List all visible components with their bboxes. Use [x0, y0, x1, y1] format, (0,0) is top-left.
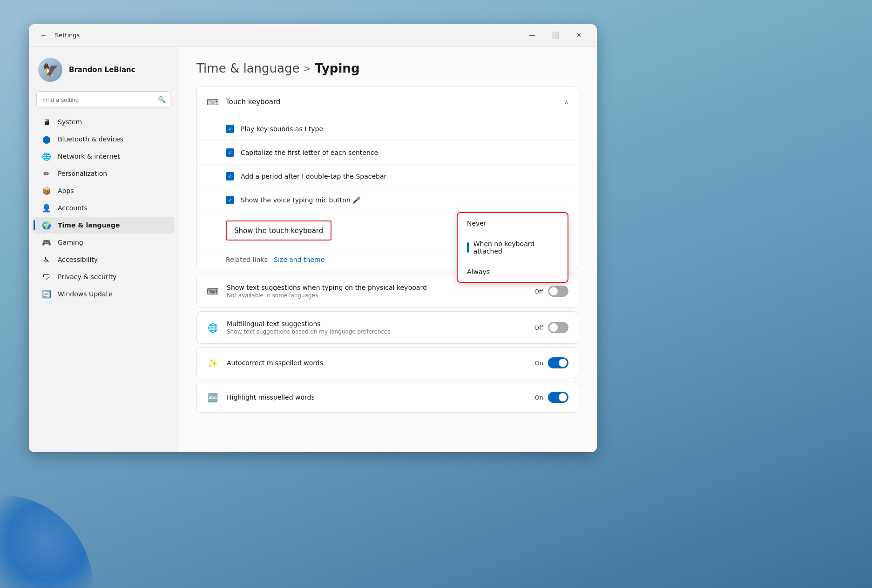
multilingual-subtitle: Show text suggestions based on my langua…: [227, 328, 527, 335]
multilingual-toggle[interactable]: [548, 322, 568, 333]
text-suggestions-toggle[interactable]: [548, 286, 568, 297]
text-suggestions-icon: ⌨: [206, 285, 219, 298]
autocorrect-toggle-label: On: [535, 360, 543, 367]
size-and-theme-link[interactable]: Size and theme: [274, 256, 324, 263]
dropdown-option-when-no-keyboard-label: When no keyboard attached: [473, 240, 558, 255]
touch-keyboard-label-box: Show the touch keyboard: [226, 220, 331, 241]
sidebar-item-bluetooth[interactable]: ⬤ Bluetooth & devices: [33, 131, 174, 147]
accessibility-icon: ♿: [42, 255, 51, 264]
dropdown-option-always-label: Always: [467, 268, 490, 275]
play-sounds-row: ✓ Play key sounds as I type: [197, 117, 578, 141]
text-suggestions-title: Show text suggestions when typing on the…: [227, 284, 527, 291]
breadcrumb-parent[interactable]: Time & language: [196, 61, 299, 75]
sidebar-item-time-language[interactable]: 🌍 Time & language: [33, 217, 174, 234]
voice-mic-checkbox[interactable]: ✓: [226, 196, 234, 204]
capitalize-label: Capitalize the first letter of each sent…: [241, 149, 378, 156]
period-checkbox[interactable]: ✓: [226, 172, 234, 180]
sidebar-item-accounts[interactable]: 👤 Accounts: [33, 200, 174, 216]
search-box: 🔍: [36, 91, 170, 108]
sidebar-item-label: Accessibility: [58, 256, 98, 263]
apps-icon: 📦: [42, 186, 51, 195]
text-suggestions-text: Show text suggestions when typing on the…: [227, 284, 527, 299]
sidebar-item-label: Gaming: [58, 239, 83, 246]
sidebar-item-personalization[interactable]: ✏️ Personalization: [33, 165, 174, 182]
sidebar-item-label: Personalization: [58, 170, 107, 177]
text-suggestions-right: Off: [534, 286, 568, 297]
sidebar-item-windows-update[interactable]: 🔄 Windows Update: [33, 286, 174, 302]
multilingual-right: Off: [534, 322, 568, 333]
sidebar-item-system[interactable]: 🖥 System: [33, 114, 174, 130]
gaming-icon: 🎮: [42, 238, 51, 247]
avatar: 🦅: [38, 58, 62, 82]
multilingual-title: Multilingual text suggestions: [227, 320, 527, 327]
multilingual-toggle-label: Off: [534, 324, 543, 331]
autocorrect-toggle[interactable]: [548, 357, 568, 368]
search-input[interactable]: [36, 91, 170, 108]
highlight-row: 🔤 Highlight misspelled words On: [196, 382, 578, 413]
titlebar: ← Settings — ⬜ ✕: [29, 24, 597, 47]
sidebar-item-apps[interactable]: 📦 Apps: [33, 182, 174, 199]
close-button[interactable]: ✕: [568, 28, 589, 43]
multilingual-row: 🌐 Multilingual text suggestions Show tex…: [196, 311, 578, 344]
show-touch-keyboard-label: Show the touch keyboard: [234, 227, 323, 235]
minimize-button[interactable]: —: [521, 28, 543, 43]
settings-window: ← Settings — ⬜ ✕ 🦅 Brandon LeBlanc: [29, 24, 597, 452]
titlebar-controls: — ⬜ ✕: [521, 28, 589, 43]
highlight-icon: 🔤: [206, 391, 219, 404]
highlight-title: Highlight misspelled words: [227, 394, 527, 401]
capitalize-row: ✓ Capitalize the first letter of each se…: [197, 141, 578, 165]
multilingual-icon: 🌐: [206, 321, 219, 334]
touch-keyboard-dropdown[interactable]: Never When no keyboard attached Always: [457, 212, 568, 283]
multilingual-text: Multilingual text suggestions Show text …: [227, 320, 527, 335]
personalization-icon: ✏️: [42, 169, 51, 178]
related-links-label: Related links: [226, 256, 268, 263]
autocorrect-text: Autocorrect misspelled words: [227, 359, 527, 367]
sidebar-item-accessibility[interactable]: ♿ Accessibility: [33, 251, 174, 268]
dropdown-option-always[interactable]: Always: [458, 261, 568, 282]
maximize-button[interactable]: ⬜: [545, 28, 566, 43]
sidebar-item-label: Network & internet: [58, 153, 120, 160]
period-row: ✓ Add a period after I double-tap the Sp…: [197, 165, 578, 188]
highlight-toggle[interactable]: [548, 392, 568, 403]
play-sounds-checkbox[interactable]: ✓: [226, 125, 234, 133]
privacy-icon: 🛡: [42, 272, 51, 281]
touch-keyboard-card: ⌨ Touch keyboard ∧ ✓ Play key sounds as …: [196, 87, 578, 270]
sidebar-item-gaming[interactable]: 🎮 Gaming: [33, 234, 174, 251]
autocorrect-right: On: [535, 357, 568, 368]
breadcrumb-separator: >: [303, 63, 311, 74]
decorative-blob: [0, 495, 93, 588]
dropdown-option-when-no-keyboard[interactable]: When no keyboard attached: [458, 234, 568, 261]
sidebar-item-network[interactable]: 🌐 Network & internet: [33, 148, 174, 165]
text-suggestions-subtitle: Not available in some languages: [227, 292, 527, 299]
selected-indicator: [467, 242, 469, 253]
system-icon: 🖥: [42, 117, 51, 127]
text-suggestions-toggle-label: Off: [534, 288, 543, 295]
play-sounds-label: Play key sounds as I type: [241, 125, 323, 133]
touch-keyboard-title: Touch keyboard: [226, 98, 558, 106]
dropdown-option-never[interactable]: Never: [458, 213, 568, 234]
sidebar-item-label: Windows Update: [58, 290, 113, 298]
accounts-icon: 👤: [42, 203, 51, 213]
sidebar: 🦅 Brandon LeBlanc 🔍 🖥 System ⬤: [29, 47, 178, 452]
capitalize-checkbox[interactable]: ✓: [226, 148, 234, 157]
sidebar-item-label: Accounts: [58, 204, 88, 212]
back-button[interactable]: ←: [36, 28, 51, 43]
sidebar-item-privacy[interactable]: 🛡 Privacy & security: [33, 268, 174, 285]
highlight-toggle-label: On: [535, 394, 543, 401]
voice-mic-row: ✓ Show the voice typing mic button 🎤: [197, 188, 578, 212]
breadcrumb-current: Typing: [315, 61, 359, 75]
bluetooth-icon: ⬤: [42, 134, 51, 144]
sidebar-item-label: Time & language: [58, 221, 120, 229]
nav-list: 🖥 System ⬤ Bluetooth & devices 🌐 Network…: [29, 114, 178, 302]
titlebar-title: Settings: [55, 32, 80, 39]
autocorrect-title: Autocorrect misspelled words: [227, 359, 527, 367]
dropdown-option-never-label: Never: [467, 220, 487, 227]
touch-keyboard-header[interactable]: ⌨ Touch keyboard ∧: [197, 87, 578, 117]
sidebar-item-label: Apps: [58, 187, 74, 194]
highlight-text: Highlight misspelled words: [227, 394, 527, 401]
user-section: 🦅 Brandon LeBlanc: [29, 52, 178, 91]
show-touch-keyboard-row: Show the touch keyboard Never When no k: [197, 212, 578, 249]
sidebar-item-label: Bluetooth & devices: [58, 135, 123, 143]
window-content: 🦅 Brandon LeBlanc 🔍 🖥 System ⬤: [29, 47, 597, 452]
period-label: Add a period after I double-tap the Spac…: [241, 173, 386, 180]
